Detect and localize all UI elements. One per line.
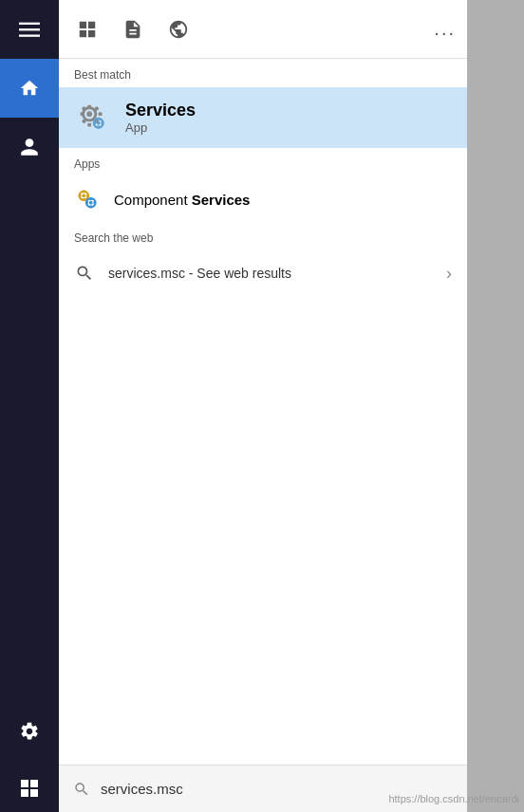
toolbar-document-icon[interactable] [116,12,150,46]
web-search-query: services.msc [108,266,185,281]
svg-rect-22 [83,198,85,201]
toolbar-globe-icon[interactable] [161,12,196,46]
sidebar-item-user[interactable] [0,118,59,176]
sidebar-hamburger[interactable] [0,0,59,59]
svg-rect-21 [83,191,85,194]
best-match-text: Services App [125,101,196,135]
svg-point-14 [97,121,101,125]
toolbar-more-button[interactable]: ... [434,18,456,40]
best-match-label: Best match [59,59,467,87]
web-search-item[interactable]: services.msc - See web results › [59,250,467,296]
svg-rect-8 [99,112,103,116]
svg-rect-17 [93,121,96,124]
best-match-title: Services [125,101,196,120]
svg-rect-1 [19,28,40,30]
toolbar: ... [59,0,467,59]
best-match-item[interactable]: Services App [59,87,467,148]
apps-label: Apps [59,148,467,176]
start-button[interactable] [0,765,59,812]
svg-rect-7 [81,112,84,116]
svg-point-26 [89,201,93,205]
search-icon [74,263,95,284]
svg-rect-5 [87,105,91,109]
svg-rect-18 [102,121,104,124]
sidebar-settings[interactable] [0,708,59,755]
chevron-right-icon: › [446,264,452,284]
svg-point-4 [86,111,92,117]
svg-rect-16 [97,126,100,129]
svg-rect-2 [19,35,40,37]
svg-rect-0 [19,23,40,25]
search-bar-icon [72,780,91,799]
best-match-subtitle: App [125,120,196,135]
svg-rect-23 [79,194,82,197]
search-bar[interactable]: services.msc [59,765,467,812]
sidebar [0,0,59,812]
toolbar-grid-icon[interactable] [70,12,104,46]
web-search-suffix: - See web results [185,266,291,281]
apps-section: Apps [59,148,467,222]
web-search-section: Search the web services.msc - See web re… [59,222,467,296]
svg-rect-27 [89,197,92,200]
sidebar-item-home[interactable] [0,59,59,118]
component-services-name: Component Services [114,192,250,208]
svg-point-20 [82,194,85,197]
svg-rect-30 [94,201,97,204]
component-services-icon [74,186,101,212]
svg-rect-15 [97,118,100,120]
svg-rect-29 [85,201,88,204]
web-search-label: Search the web [59,222,467,250]
services-app-icon [74,99,112,137]
main-panel: ... Best match [59,0,467,812]
watermark: https://blog.csdn.net/ericardi [388,793,519,804]
component-services-item[interactable]: Component Services [59,176,467,222]
web-search-text: services.msc - See web results [108,266,433,281]
svg-rect-6 [87,123,91,127]
svg-rect-24 [86,194,89,197]
svg-rect-28 [89,206,92,209]
